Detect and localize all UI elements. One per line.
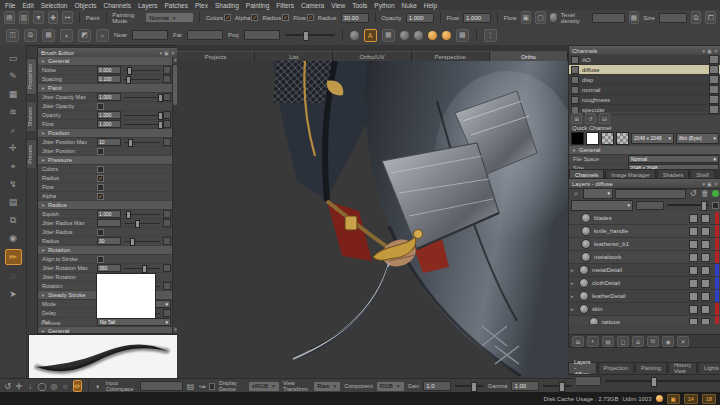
new-project-icon[interactable]: ▤	[4, 11, 15, 24]
group-caret-icon[interactable]: ▸	[571, 267, 576, 273]
property-value-field[interactable]: 1.000	[97, 210, 121, 218]
layer-visibility-icon[interactable]	[579, 265, 589, 275]
reset-icon[interactable]	[163, 66, 171, 74]
gradient-tool[interactable]: ▤	[6, 195, 21, 209]
layer-adjust-thumb[interactable]	[701, 214, 710, 223]
layer-row[interactable]: ▸ metalDetail	[569, 264, 720, 277]
menu-item[interactable]: Painting	[246, 2, 270, 9]
palette-bottom-tab[interactable]: Painting	[635, 362, 667, 373]
mask-checkbox[interactable]: Flow✓	[293, 14, 314, 21]
menu-item[interactable]: Edit	[22, 2, 33, 9]
layer-visibility-icon[interactable]	[589, 317, 599, 324]
property-value-field[interactable]: 0.100	[97, 75, 121, 83]
patch-select-tool[interactable]: ▦	[6, 87, 21, 101]
close-icon[interactable]: ✕	[714, 181, 718, 187]
circle-brush-icon[interactable]: ◯	[37, 381, 46, 391]
property-checkbox[interactable]	[97, 166, 104, 173]
layer-row[interactable]: ▸ skin	[569, 303, 720, 316]
section-header[interactable]: ▼Radius	[38, 201, 173, 210]
reset-icon[interactable]	[163, 111, 171, 119]
layer-adjust-thumb[interactable]	[701, 227, 710, 236]
reset-icon[interactable]	[163, 264, 171, 272]
layer-row[interactable]: knife_handle	[569, 225, 720, 238]
section-header[interactable]: ▼Paint	[38, 84, 173, 93]
gamma-slider[interactable]	[543, 385, 572, 387]
channel-row[interactable]: disp	[569, 75, 720, 85]
property-slider[interactable]	[124, 79, 160, 80]
menu-item[interactable]: Objects	[74, 2, 96, 9]
layer-visibility-icon[interactable]	[579, 304, 589, 314]
patch-mask-icon[interactable]: ▦	[42, 29, 55, 42]
channel-row[interactable]: diffuse	[569, 65, 720, 75]
layer-mask-thumb[interactable]	[689, 266, 698, 275]
palette-slider[interactable]	[605, 380, 720, 382]
menu-item[interactable]: Selection	[41, 2, 68, 9]
basic-lighting-icon[interactable]	[414, 31, 423, 40]
pan-tool[interactable]: ✛	[6, 141, 21, 155]
filter-type-dropdown[interactable]: ▾	[583, 188, 613, 199]
texel-density-field[interactable]	[592, 13, 625, 23]
menu-item[interactable]: Camera	[301, 2, 324, 9]
size-field[interactable]	[659, 13, 687, 23]
layer-adjust-thumb[interactable]	[701, 318, 710, 325]
transparent-checker-swatch[interactable]	[616, 132, 629, 145]
layer-mask-thumb[interactable]	[689, 214, 698, 223]
duplicate-channel-icon[interactable]: ↺	[585, 113, 596, 124]
layer-row[interactable]: ▸ clothDetail	[569, 277, 720, 290]
layer-row[interactable]: blades	[569, 212, 720, 225]
layer-mask-thumb[interactable]	[689, 240, 698, 249]
vector-paint-tool[interactable]: ➤	[6, 287, 21, 301]
add-channel-icon[interactable]: ⊞	[571, 113, 582, 124]
import-icon[interactable]: ✚	[48, 11, 59, 24]
menu-item[interactable]: Layers	[138, 2, 158, 9]
property-value-field[interactable]: 360	[97, 264, 121, 272]
ambient-light-icon[interactable]: A	[364, 29, 377, 42]
layer-adjust-thumb[interactable]	[701, 292, 710, 301]
marquee-select-tool[interactable]: ▭	[6, 51, 21, 65]
property-checkbox[interactable]	[97, 256, 104, 263]
add-layer-icon[interactable]: ⊞	[572, 336, 584, 347]
group-caret-icon[interactable]: ▸	[571, 306, 576, 312]
layer-adjust-thumb[interactable]	[701, 240, 710, 249]
property-slider[interactable]	[124, 124, 160, 125]
blur-tool[interactable]: ≋	[6, 105, 21, 119]
trash-icon[interactable]: 🗑	[700, 189, 710, 199]
reset-icon[interactable]	[163, 219, 171, 227]
fractal-noise-icon[interactable]: ≈	[96, 29, 109, 42]
component-dropdown[interactable]: RGB▼	[377, 382, 404, 391]
environment-light-icon[interactable]	[350, 31, 359, 40]
flow-toggle-a-icon[interactable]: ▣	[521, 11, 532, 24]
edge-mask-icon[interactable]: ◗	[60, 29, 73, 42]
pin-icon[interactable]: ▾	[703, 181, 706, 187]
menu-item[interactable]: Shading	[215, 2, 239, 9]
opacity-field[interactable]: 1.000	[406, 13, 434, 23]
lasso-select-tool[interactable]: ✎	[6, 69, 21, 83]
palette-bottom-tab[interactable]: Layers - diffuse	[568, 362, 597, 373]
viewport-tab[interactable]: List	[255, 51, 333, 61]
project-through-icon[interactable]: ⧉	[24, 29, 37, 42]
falloff-slider[interactable]	[285, 34, 335, 36]
dashed-circle-icon[interactable]: ◎	[50, 381, 57, 391]
paste-icon[interactable]: ⧠	[705, 11, 716, 24]
viewport-tab[interactable]: Perspective	[412, 51, 490, 61]
reset-icon[interactable]	[163, 93, 171, 101]
layer-row[interactable]: metalwork	[569, 251, 720, 264]
reset-icon[interactable]	[163, 282, 171, 290]
move-icon[interactable]: ✛	[15, 381, 22, 391]
document-icon[interactable]: ▤	[187, 381, 195, 391]
float-icon[interactable]: ▣	[707, 181, 712, 187]
zoom-tool[interactable]: ⌕	[6, 123, 21, 137]
gain-field[interactable]: 1.0	[423, 381, 451, 391]
palette-tab[interactable]: Presets	[26, 139, 37, 170]
layer-visibility-icon[interactable]	[579, 291, 589, 301]
duplicate-layer-icon[interactable]: ⧉	[647, 336, 659, 347]
property-value-field[interactable]: 1.000	[97, 120, 121, 128]
layer-visibility-icon[interactable]	[581, 226, 591, 236]
mask-checkbox[interactable]: Radius✓	[262, 14, 289, 21]
project-front-icon[interactable]: ◫	[6, 29, 19, 42]
group-caret-icon[interactable]: ▸	[571, 293, 576, 299]
section-header[interactable]: ▼Rotation	[38, 246, 173, 255]
layer-mask-thumb[interactable]	[689, 318, 698, 325]
drop-icon[interactable]: ↓	[26, 381, 33, 391]
property-slider[interactable]	[124, 268, 160, 269]
